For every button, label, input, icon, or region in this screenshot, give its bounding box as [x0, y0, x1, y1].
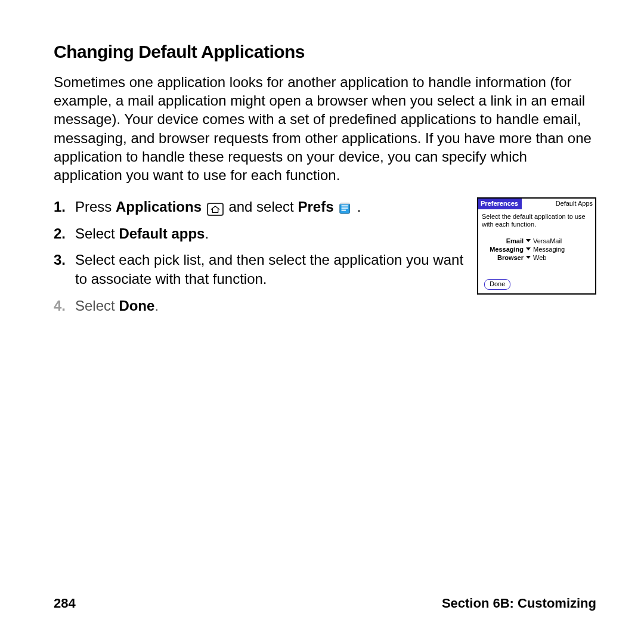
dropdown-arrow-icon	[526, 247, 531, 250]
step-bold: Applications	[116, 199, 202, 215]
step-text: .	[154, 298, 159, 314]
palm-body: Select the default application to use wi…	[478, 209, 595, 293]
palm-title: Preferences	[478, 199, 522, 209]
steps-list: Press Applications and select Prefs	[54, 197, 465, 323]
palm-row-label: Messaging	[488, 246, 526, 253]
step-bold: Prefs	[298, 199, 333, 215]
palm-row-value: VersaMail	[533, 237, 562, 244]
palm-picklists: Email VersaMail Messaging Messaging Brow…	[488, 237, 592, 261]
step-bold: Default apps	[119, 225, 205, 242]
palm-row-email: Email VersaMail	[488, 237, 592, 244]
step-4: Select Done.	[75, 296, 465, 315]
palm-titlebar: Preferences Default Apps	[478, 199, 595, 209]
home-icon	[207, 203, 224, 216]
step-text: .	[353, 199, 361, 215]
palm-row-messaging: Messaging Messaging	[488, 246, 592, 253]
palm-category: Default Apps	[522, 199, 595, 209]
page-number: 284	[54, 596, 76, 611]
palm-row-browser: Browser Web	[488, 254, 592, 261]
section-heading: Changing Default Applications	[54, 42, 596, 62]
palm-done-button: Done	[484, 279, 510, 290]
step-text: and select	[228, 199, 298, 215]
section-label: Section 6B: Customizing	[442, 596, 596, 611]
step-2: Select Default apps.	[75, 224, 465, 243]
palm-description: Select the default application to use wi…	[482, 213, 592, 228]
document-page: Changing Default Applications Sometimes …	[0, 0, 644, 644]
step-3: Select each pick list, and then select t…	[75, 250, 465, 289]
palm-screenshot: Preferences Default Apps Select the defa…	[477, 197, 596, 294]
palm-row-label: Browser	[488, 254, 526, 261]
step-1: Press Applications and select Prefs	[75, 197, 465, 216]
step-text: Press	[75, 199, 116, 215]
svg-rect-0	[340, 204, 350, 214]
svg-rect-1	[342, 205, 348, 206]
dropdown-arrow-icon	[526, 256, 531, 259]
content-row: Press Applications and select Prefs	[54, 197, 596, 323]
palm-row-value: Web	[533, 254, 546, 261]
intro-paragraph: Sometimes one application looks for anot…	[54, 73, 596, 184]
prefs-icon	[339, 201, 352, 214]
step-text: .	[205, 225, 209, 242]
page-footer: 284 Section 6B: Customizing	[54, 596, 596, 611]
step-bold: Done	[119, 298, 154, 314]
palm-row-label: Email	[488, 237, 526, 244]
svg-rect-2	[342, 208, 348, 209]
step-text: Select	[75, 298, 119, 314]
dropdown-arrow-icon	[526, 239, 531, 242]
svg-rect-3	[342, 210, 346, 211]
step-text: Select	[75, 225, 119, 242]
palm-row-value: Messaging	[533, 246, 565, 253]
